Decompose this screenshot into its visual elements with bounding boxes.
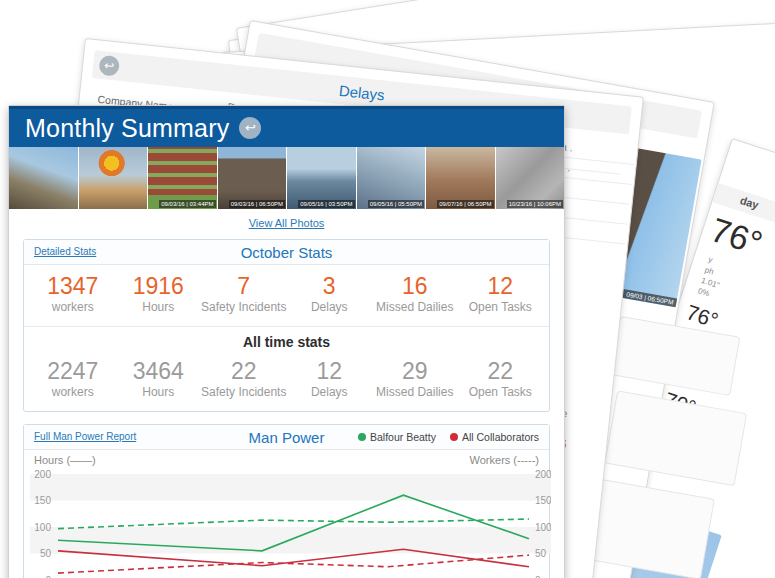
stat-value: 1916: [116, 273, 202, 299]
photo-thumbnail[interactable]: [79, 147, 148, 209]
october-stats-title: October Stats: [24, 244, 549, 261]
stat-label: Safety Incidents: [201, 300, 287, 314]
chart-legend: Balfour BeattyAll Collaborators: [358, 431, 539, 443]
stat-label: Safety Incidents: [201, 385, 287, 399]
stat-value: 22: [201, 358, 287, 384]
photo-thumbnail[interactable]: 10/23/16 | 10:06PM: [496, 147, 565, 209]
stat-value: 16: [372, 273, 458, 299]
stat-value: 1347: [30, 273, 116, 299]
y-axis-tick-right: 150: [535, 495, 551, 506]
stat-value: 3: [287, 273, 373, 299]
stat-item: 1916Hours: [116, 273, 202, 314]
photo-thumbnail[interactable]: 09/07/16 | 06:50PM: [426, 147, 495, 209]
legend-dot-icon: [450, 433, 458, 441]
photo-timestamp: 09/03/16 | 06:50PM: [229, 200, 285, 208]
stat-item: 29Missed Dailies: [372, 358, 458, 399]
photo-strip: 09/03/16 | 03:44PM 09/03/16 | 06:50PM 09…: [9, 147, 564, 209]
chart-line-all-collaborators-workers: [58, 555, 529, 573]
stat-label: Delays: [287, 300, 373, 314]
alltime-stats-row: 2247workers3464Hours22Safety Incidents12…: [24, 350, 549, 411]
right-axis-label: Workers (-----): [470, 454, 539, 466]
stat-item: 12Delays: [287, 358, 373, 399]
y-axis-tick-right: 200: [535, 469, 551, 480]
stat-value: 12: [458, 273, 544, 299]
stat-item: 1347workers: [30, 273, 116, 314]
stat-value: 22: [458, 358, 544, 384]
photo-thumbnail[interactable]: 09/03/16 | 06:50PM: [218, 147, 287, 209]
stat-value: 12: [287, 358, 373, 384]
stat-label: workers: [30, 385, 116, 399]
app-screen: day 76° yph1.01"0% 76° 70° 09/03 | 06:50…: [0, 0, 775, 578]
stat-value: 29: [372, 358, 458, 384]
y-axis-tick-left: 200: [34, 469, 51, 480]
chart-band: [30, 474, 551, 501]
monthly-summary-header: Monthly Summary ↩: [9, 106, 564, 147]
y-axis-tick-left: 100: [34, 522, 51, 533]
stat-label: Open Tasks: [458, 385, 544, 399]
monthly-summary-card: Monthly Summary ↩ 09/03/16 | 03:44PM 09/…: [8, 105, 565, 578]
stat-item: 12Open Tasks: [458, 273, 544, 314]
legend-dot-icon: [358, 433, 366, 441]
stat-item: 22Open Tasks: [458, 358, 544, 399]
y-axis-tick-right: 0: [535, 575, 541, 578]
photo-timestamp: 09/05/16 | 05:50PM: [368, 200, 424, 208]
photo-timestamp: 09/07/16 | 06:50PM: [437, 200, 493, 208]
alltime-stats-title: All time stats: [24, 326, 549, 350]
photo-timestamp: 09/05/16 | 03:50PM: [298, 200, 354, 208]
stat-item: 3464Hours: [116, 358, 202, 399]
view-all-photos-link[interactable]: View All Photos: [9, 217, 564, 229]
photo-timestamp: 09/03/16 | 03:44PM: [159, 200, 215, 208]
stat-value: 7: [201, 273, 287, 299]
photo-thumbnail[interactable]: 09/05/16 | 03:50PM: [287, 147, 356, 209]
legend-item: Balfour Beatty: [358, 431, 436, 443]
stat-item: 7Safety Incidents: [201, 273, 287, 314]
y-axis-tick-left: 150: [34, 495, 51, 506]
photo-thumbnail[interactable]: [9, 147, 78, 209]
stat-label: workers: [30, 300, 116, 314]
left-axis-label: Hours (——): [34, 454, 96, 466]
manpower-line-chart: 0050501001001501502002001234567891011121…: [24, 466, 551, 578]
stats-panel: Detailed Stats October Stats 1347workers…: [23, 239, 550, 412]
photo-thumbnail[interactable]: 09/05/16 | 05:50PM: [357, 147, 426, 209]
stats-panel-header: Detailed Stats October Stats: [24, 240, 549, 265]
page-title: Monthly Summary: [25, 114, 229, 143]
axis-labels-row: Hours (——) Workers (-----): [24, 450, 549, 466]
stat-label: Delays: [287, 385, 373, 399]
stat-item: 16Missed Dailies: [372, 273, 458, 314]
stat-label: Hours: [116, 300, 202, 314]
stat-item: 3Delays: [287, 273, 373, 314]
stat-label: Missed Dailies: [372, 300, 458, 314]
stat-item: 22Safety Incidents: [201, 358, 287, 399]
legend-item: All Collaborators: [450, 431, 539, 443]
y-axis-tick-left: 0: [45, 575, 51, 578]
y-axis-tick-right: 50: [535, 548, 547, 559]
manpower-panel: Full Man Power Report Man Power Balfour …: [23, 424, 550, 578]
stat-label: Open Tasks: [458, 300, 544, 314]
stat-item: 2247workers: [30, 358, 116, 399]
y-axis-tick-left: 50: [40, 548, 52, 559]
manpower-panel-header: Full Man Power Report Man Power Balfour …: [24, 425, 549, 450]
stat-label: Missed Dailies: [372, 385, 458, 399]
october-stats-row: 1347workers1916Hours7Safety Incidents3De…: [24, 265, 549, 326]
photo-thumbnail[interactable]: 09/03/16 | 03:44PM: [148, 147, 217, 209]
stat-value: 2247: [30, 358, 116, 384]
back-icon[interactable]: ↩: [239, 117, 261, 139]
y-axis-tick-right: 100: [535, 522, 551, 533]
stat-label: Hours: [116, 385, 202, 399]
weather-details: yph1.01"0%: [697, 254, 728, 302]
photo-timestamp: 10/23/16 | 10:06PM: [507, 200, 563, 208]
stat-value: 3464: [116, 358, 202, 384]
